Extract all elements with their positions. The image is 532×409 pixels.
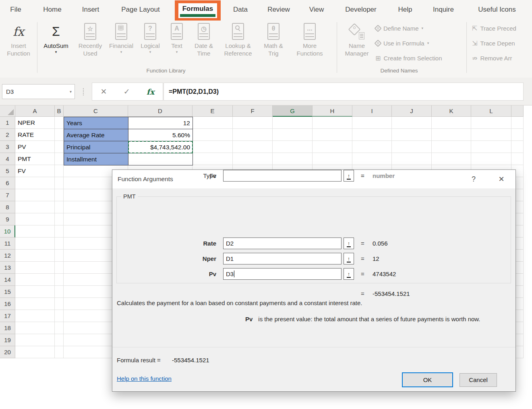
cancel-button[interactable]: Cancel — [460, 373, 497, 387]
column-header-K[interactable]: K — [432, 105, 471, 117]
rate-collapse-dialog-button[interactable]: ↑ — [344, 238, 354, 249]
math-trig-button[interactable]: θ Math & Trig — [259, 21, 288, 66]
row-header-15[interactable]: 15 — [0, 286, 15, 298]
define-name-button[interactable]: Define Name ▾ — [375, 22, 423, 34]
grid-cell[interactable] — [55, 225, 64, 238]
grid-cell[interactable] — [273, 117, 313, 129]
column-header-blank[interactable] — [511, 105, 524, 117]
trace-precedents-button[interactable]: ⇱ Trace Preced — [472, 22, 516, 34]
row-header-5[interactable]: 5 — [0, 165, 15, 177]
row-header-3[interactable]: 3 — [0, 141, 15, 153]
cell-C3[interactable]: Principal — [64, 141, 128, 153]
row-header-1[interactable]: 1 — [0, 117, 15, 129]
cell-C2[interactable]: Average Rate — [64, 129, 128, 141]
grid-cell[interactable] — [313, 117, 352, 129]
row-header-4[interactable]: 4 — [0, 153, 15, 165]
grid-cell[interactable] — [511, 153, 524, 165]
column-header-E[interactable]: E — [193, 105, 233, 117]
recently-used-button[interactable]: ☆ Recently Used — [75, 21, 106, 66]
grid-cell[interactable] — [273, 129, 313, 141]
grid-cell[interactable] — [55, 310, 64, 322]
column-header-B[interactable]: B — [55, 105, 64, 117]
grid-cell[interactable] — [55, 346, 64, 358]
grid-cell[interactable] — [55, 298, 64, 310]
name-box-dropdown-icon[interactable]: ▾ — [70, 85, 72, 99]
tab-data[interactable]: Data — [233, 0, 248, 19]
grid-cell[interactable] — [15, 238, 55, 250]
cancel-entry-button[interactable]: ✕ — [101, 87, 107, 96]
grid-cell[interactable] — [55, 213, 64, 225]
more-functions-button[interactable]: ... More Functions — [288, 21, 331, 66]
grid-cell[interactable] — [15, 346, 55, 358]
grid-cell[interactable] — [233, 141, 273, 153]
row-header-17[interactable]: 17 — [0, 310, 15, 322]
grid-cell[interactable] — [392, 141, 432, 153]
row-header-12[interactable]: 12 — [0, 250, 15, 262]
tab-inquire[interactable]: Inquire — [433, 0, 454, 19]
cell-A5[interactable]: FV — [15, 165, 55, 178]
grid-cell[interactable] — [55, 141, 64, 153]
remove-arrows-button[interactable]: ⇏ Remove Arr — [472, 52, 512, 64]
grid-cell[interactable] — [511, 117, 524, 129]
grid-cell[interactable] — [193, 129, 233, 141]
grid-cell[interactable] — [55, 334, 64, 346]
column-header-H[interactable]: H — [313, 105, 352, 117]
grid-cell[interactable] — [15, 177, 55, 189]
grid-cell[interactable] — [392, 117, 432, 129]
tab-home[interactable]: Home — [43, 0, 61, 19]
column-header-G[interactable]: G — [273, 105, 313, 117]
grid-cell[interactable] — [313, 141, 352, 153]
grid-cell[interactable] — [193, 141, 233, 153]
tab-file[interactable]: File — [10, 0, 21, 19]
column-header-L[interactable]: L — [471, 105, 511, 117]
formula-input[interactable]: =PMT(D2,D1,D3) — [164, 83, 524, 101]
row-header-6[interactable]: 6 — [0, 177, 15, 189]
grid-cell[interactable] — [15, 310, 55, 322]
type-input[interactable] — [223, 170, 342, 182]
grid-cell[interactable] — [193, 117, 233, 129]
grid-cell[interactable] — [55, 322, 64, 334]
grid-cell[interactable] — [432, 117, 471, 129]
grid-cell[interactable] — [55, 262, 64, 274]
grid-cell[interactable] — [471, 153, 511, 165]
tab-view[interactable]: View — [309, 0, 324, 19]
grid-cell[interactable] — [432, 141, 471, 153]
grid-cell[interactable] — [15, 334, 55, 346]
nper-input[interactable]: D1 — [223, 253, 342, 264]
tab-help[interactable]: Help — [398, 0, 412, 19]
column-header-J[interactable]: J — [392, 105, 432, 117]
insert-function-fx-button[interactable]: fx — [147, 87, 155, 96]
insert-function-button[interactable]: fx Insert Function — [1, 21, 36, 66]
grid-cell[interactable] — [511, 141, 524, 153]
row-header-16[interactable]: 16 — [0, 298, 15, 310]
grid-cell[interactable] — [432, 153, 471, 165]
help-on-this-function-link[interactable]: Help on this function — [117, 375, 172, 382]
grid-cell[interactable] — [55, 274, 64, 286]
row-header-13[interactable]: 13 — [0, 262, 15, 274]
column-header-F[interactable]: F — [233, 105, 273, 117]
ok-button[interactable]: OK — [402, 372, 453, 387]
grid-cell[interactable] — [55, 201, 64, 213]
tab-review[interactable]: Review — [267, 0, 290, 19]
grid-cell[interactable] — [15, 250, 55, 262]
date-time-button[interactable]: ◷ Date & Time — [190, 21, 217, 66]
grid-cell[interactable] — [352, 141, 392, 153]
grid-cell[interactable] — [15, 262, 55, 274]
use-in-formula-button[interactable]: Use in Formula ▾ — [375, 37, 429, 49]
grid-cell[interactable] — [15, 286, 55, 298]
grid-cell[interactable] — [392, 129, 432, 141]
cell-A3[interactable]: PV — [15, 141, 55, 153]
grid-cell[interactable] — [392, 153, 432, 165]
tab-formulas[interactable]: Formulas — [178, 3, 217, 18]
tab-page-layout[interactable]: Page Layout — [121, 0, 159, 19]
grid-cell[interactable] — [273, 153, 313, 165]
column-header-A[interactable]: A — [15, 105, 55, 117]
grid-cell[interactable] — [15, 201, 55, 213]
pv-input[interactable]: D3 — [223, 268, 342, 280]
trace-dependents-button[interactable]: ⇲ Trace Depen — [472, 37, 515, 49]
grid-cell[interactable] — [15, 213, 55, 225]
grid-cell[interactable] — [471, 141, 511, 153]
rate-input[interactable]: D2 — [223, 238, 342, 249]
grid-cell[interactable] — [55, 238, 64, 250]
grid-cell[interactable] — [352, 129, 392, 141]
